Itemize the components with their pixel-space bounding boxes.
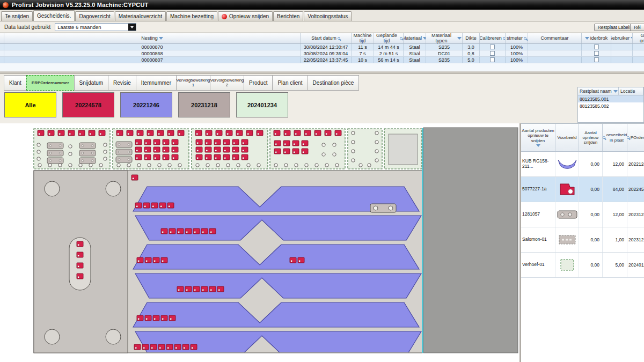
filter-tab-plan-client[interactable]: Plan client [272,75,308,91]
cell-start-datum: 22/05/2024 13:37:45 [301,57,352,63]
onderbroken-checkbox[interactable] [594,57,599,62]
filter-tab-erpordernummer[interactable]: ERPOrdernummer [26,75,75,91]
product-row[interactable]: Salomon-01 0,00 1,00 20231218 [521,227,644,253]
col-materiaal[interactable]: Materiaal [404,33,426,43]
order-filter-20224578[interactable]: 20224578 [62,92,114,117]
calibreren-checkbox[interactable] [490,57,495,62]
chevron-down-icon[interactable] [128,24,136,31]
tab-berichten[interactable]: Berichten [273,11,303,21]
nesting-table: 00000870 30/08/2024 12:30:47 11 s 14 m 4… [0,44,644,63]
col-nesting[interactable]: Nesting [4,33,301,43]
col-voorbeeld[interactable]: Voorbeeld [555,124,579,151]
order-filter-20231218[interactable]: 20231218 [178,92,230,117]
restplaat-labels-button[interactable]: Restplaat Labels [594,24,635,31]
tab-dagoverzicht[interactable]: Dagoverzicht [75,11,114,21]
tab-gescheidenis[interactable]: Gescheidenis. [33,10,75,21]
col-calibreren[interactable]: Calibreren [480,33,506,43]
search-icon[interactable] [400,37,402,40]
restplaat-row[interactable]: 88123585.001 [578,95,643,102]
order-filter-20221246[interactable]: 20221246 [120,92,172,117]
col-gebruiker[interactable]: Gebruiker [611,33,633,43]
product-row[interactable]: Verhoef-01 0,00 5,00 202401234 [521,253,644,278]
filter-tab-product[interactable]: Product [244,75,273,91]
cell-restmeter: 100% [506,44,528,50]
grid-empty-area [0,63,644,71]
table-row[interactable]: 00000868 30/08/2024 09:36:04 7 s 2 m 51 … [0,50,644,57]
product-panel: Aantal producten opnieuw te snijden Voor… [521,123,644,362]
filter-icon[interactable] [536,144,540,147]
product-name: Verhoef-01 [521,253,555,277]
tab-materiaaloverzicht[interactable]: Materiaaloverzicht [115,11,166,21]
part-thumbnail-red [559,182,575,196]
tab-te-snijden[interactable]: Te snijden [1,11,33,21]
product-row[interactable]: 1281057 0,00 12,00 20231218 [521,202,644,227]
col-restplaat-naam[interactable]: Restplaat naam [578,87,619,95]
filter-icon[interactable] [613,90,618,93]
cell-gebruiker [611,44,633,50]
filter-tab-vervolgbewerking-1[interactable]: Vervolgbewerking 1 [176,75,210,91]
filter-tab-snijdatum[interactable]: Snijdatum [74,75,108,91]
col-geplande-tijd[interactable]: Geplande tijd [374,33,404,43]
col-dikte[interactable]: Dikte [463,33,480,43]
col-aantal-opnieuw[interactable]: Aantal opnieuw snijden [579,124,603,151]
col-hoeveelheid[interactable]: oeveelheid in plaat [603,124,627,151]
product-order: 20221246 [627,152,644,176]
filter-tab-vervolgbewerking-2[interactable]: Vervolgbewerking 2 [210,75,244,91]
table-row[interactable]: 00000870 30/08/2024 12:30:47 11 s 14 m 4… [0,44,644,50]
horizontal-splitter[interactable] [0,71,644,74]
col-start-datum[interactable]: Start datum [301,33,352,43]
search-icon[interactable] [603,136,605,139]
search-icon[interactable] [338,37,340,40]
part-thumbnail-green-panel [560,259,574,271]
calibreren-checkbox[interactable] [490,45,495,49]
search-icon[interactable] [627,136,630,139]
part-thumbnail-blue [557,158,577,170]
main-tabstrip: Te snijden Gescheidenis. Dagoverzicht Ma… [0,10,644,21]
filter-icon[interactable] [159,37,163,40]
filter-tab-revisie[interactable]: Revisie [108,75,136,91]
col-commentaar[interactable]: Commentaar [528,33,582,43]
tab-voltooiingsstatus[interactable]: Voltooiingsstatus [304,11,352,21]
cell-dikte: 5,0 [463,57,480,63]
restplaat-row[interactable]: 88123585.002 [578,102,643,109]
part-thumbnail-gray-plate [557,210,577,219]
col-locatie[interactable]: Locatie [619,87,643,95]
filter-icon[interactable] [457,37,462,40]
col-pordernummer[interactable]: POrdernu [627,124,644,151]
cell-geplande-tijd: 2 m 51 s [374,50,404,56]
nesting-canvas[interactable] [0,123,519,362]
tab-opnieuw-snijden[interactable]: Opnieuw snijden [218,11,273,21]
cell-materiaal: Staal [404,57,426,63]
col-machine-tijd[interactable]: Machine tijd [352,33,374,43]
product-qty-in-sheet: 1,00 [603,227,627,252]
col-onderbroken[interactable]: iderbrok [582,33,611,43]
filter-tab-itemnummer[interactable]: Itemnummer [136,75,177,91]
col-aantal-producten[interactable]: Aantal producten opnieuw te snijden [521,124,555,151]
tab-machine-bezetting[interactable]: Machine bezetting [166,11,217,21]
col-gewicht[interactable]: Gewich onderde [633,33,644,43]
table-row[interactable]: 00000807 22/05/2024 13:37:45 10 s 56 m 1… [0,57,644,63]
period-select[interactable]: Laatste 6 maanden [55,23,136,31]
col-materiaal-typen[interactable]: Materiaal typen [426,33,463,43]
cell-gebruiker [611,57,633,63]
cell-machine-tijd: 11 s [352,44,374,50]
product-cut-count: 0,00 [579,253,603,277]
re-button[interactable]: Réi [630,24,644,31]
cell-materiaal: Staal [404,50,426,56]
order-filter-alle[interactable]: Alle [4,92,56,117]
onderbroken-checkbox[interactable] [594,45,599,49]
product-qty-in-sheet: 12,00 [603,152,627,176]
calibreren-checkbox[interactable] [490,51,495,56]
order-filter-202401234[interactable]: 202401234 [236,92,288,117]
cell-dikte: 3,0 [463,44,480,50]
col-restmeter[interactable]: stmeter [506,33,528,43]
product-order: 20231218 [627,202,644,227]
product-row[interactable]: 5077227-1a 0,00 84,00 20224578 [521,177,644,202]
restplaat-panel: Restplaat naam Locatie 88123585.001 8812… [577,87,644,123]
onderbroken-checkbox[interactable] [594,51,599,56]
search-icon[interactable] [524,37,526,40]
filter-icon[interactable] [585,37,589,40]
filter-tab-destination-piece[interactable]: Destination pièce [308,75,360,91]
filter-tab-klant[interactable]: Klant [4,75,27,91]
product-row[interactable]: KUB RG158-211... 0,00 12,00 20221246 [521,152,644,177]
